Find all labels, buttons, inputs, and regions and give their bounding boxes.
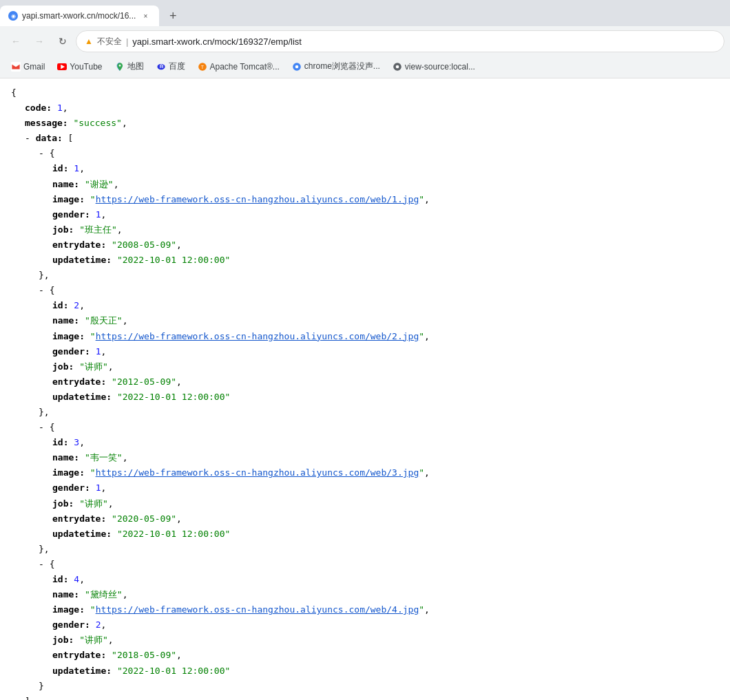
security-icon: ▲ bbox=[85, 36, 93, 46]
maps-icon bbox=[115, 62, 125, 72]
json-root-open: { bbox=[11, 85, 719, 100]
bookmark-maps[interactable]: 地图 bbox=[110, 59, 149, 74]
json-r3-image-link[interactable]: https://web-framework.oss-cn-hangzhou.al… bbox=[96, 467, 419, 478]
back-button[interactable]: ← bbox=[6, 31, 26, 52]
json-r2-entrydate: entrydate: "2012-05-09", bbox=[52, 374, 719, 390]
json-record-3-open: - { bbox=[39, 420, 719, 435]
json-r1-image: image: "https://web-framework.oss-cn-han… bbox=[52, 192, 719, 207]
svg-point-8 bbox=[295, 65, 299, 68]
bookmark-chrome[interactable]: chrome浏览器没声... bbox=[286, 59, 386, 74]
json-record-4-open: - { bbox=[39, 557, 719, 572]
address-bar[interactable]: ▲ 不安全 | yapi.smart-xwork.cn/mock/169327/… bbox=[76, 30, 724, 52]
json-r4-entrydate: entrydate: "2018-05-09", bbox=[52, 648, 719, 663]
json-record-1-open: - { bbox=[39, 146, 719, 161]
chrome-icon bbox=[292, 62, 302, 72]
json-r3-image: image: "https://web-framework.oss-cn-han… bbox=[52, 465, 719, 480]
json-r3-id: id: 3, bbox=[52, 435, 719, 450]
svg-text:百: 百 bbox=[158, 63, 164, 68]
json-r2-id: id: 2, bbox=[52, 298, 719, 313]
json-record-3-close: }, bbox=[39, 542, 719, 557]
tab-favicon: ◉ bbox=[8, 11, 18, 21]
bookmark-youtube[interactable]: YouTube bbox=[52, 61, 107, 73]
youtube-icon bbox=[57, 62, 67, 72]
json-r1-updatetime: updatetime: "2022-10-01 12:00:00" bbox=[52, 253, 719, 268]
json-r4-image: image: "https://web-framework.oss-cn-han… bbox=[52, 602, 719, 617]
address-separator: | bbox=[126, 36, 128, 47]
json-code-line: code: 1, bbox=[25, 100, 719, 116]
json-record-2-open: - { bbox=[39, 283, 719, 298]
tab-title: yapi.smart-xwork.cn/mock/16... bbox=[22, 11, 136, 21]
json-r3-updatetime: updatetime: "2022-10-01 12:00:00" bbox=[52, 527, 719, 542]
baidu-icon: 百 bbox=[156, 62, 166, 72]
bookmark-baidu-label: 百度 bbox=[169, 61, 185, 72]
nav-bar: ← → ↻ ▲ 不安全 | yapi.smart-xwork.cn/mock/1… bbox=[0, 26, 730, 56]
bookmark-baidu[interactable]: 百 百度 bbox=[151, 59, 191, 74]
security-warning: 不安全 bbox=[97, 36, 122, 47]
json-r3-entrydate: entrydate: "2020-05-09", bbox=[52, 511, 719, 527]
json-record-2-close: }, bbox=[39, 405, 719, 420]
browser-chrome: ◉ yapi.smart-xwork.cn/mock/16... × + ← →… bbox=[0, 0, 730, 78]
json-r2-image: image: "https://web-framework.oss-cn-han… bbox=[52, 329, 719, 344]
json-r2-updatetime: updatetime: "2022-10-01 12:00:00" bbox=[52, 390, 719, 405]
bookmark-view-source[interactable]: view-source:local... bbox=[387, 61, 481, 73]
json-r3-name: name: "韦一笑", bbox=[52, 450, 719, 465]
json-r2-image-link[interactable]: https://web-framework.oss-cn-hangzhou.al… bbox=[96, 331, 419, 341]
json-r1-id: id: 1, bbox=[52, 161, 719, 176]
json-r1-image-link[interactable]: https://web-framework.oss-cn-hangzhou.al… bbox=[96, 194, 419, 204]
bookmarks-bar: Gmail YouTube 地图 百 bbox=[0, 56, 730, 78]
refresh-button[interactable]: ↻ bbox=[52, 31, 73, 52]
json-r3-gender: gender: 1, bbox=[52, 480, 719, 496]
json-message-line: message: "success", bbox=[25, 116, 719, 131]
page-content: { code: 1, message: "success", - data: [… bbox=[0, 78, 730, 700]
bookmark-tomcat-label: Apache Tomcat®... bbox=[210, 62, 280, 72]
bookmark-gmail-label: Gmail bbox=[23, 62, 45, 72]
json-r4-gender: gender: 2, bbox=[52, 617, 719, 633]
bookmark-tomcat[interactable]: T Apache Tomcat®... bbox=[192, 61, 285, 73]
bookmark-view-source-label: view-source:local... bbox=[405, 62, 475, 72]
view-source-icon bbox=[393, 62, 402, 72]
json-r4-updatetime: updatetime: "2022-10-01 12:00:00" bbox=[52, 664, 719, 679]
bookmark-maps-label: 地图 bbox=[127, 61, 144, 72]
bookmark-youtube-label: YouTube bbox=[70, 62, 102, 72]
forward-button[interactable]: → bbox=[29, 31, 50, 52]
json-r1-name: name: "谢逊", bbox=[52, 177, 719, 192]
gmail-icon bbox=[11, 62, 21, 72]
svg-point-10 bbox=[396, 65, 399, 68]
json-array-close: ] bbox=[25, 694, 719, 700]
json-r1-entrydate: entrydate: "2008-05-09", bbox=[52, 237, 719, 253]
bookmark-chrome-label: chrome浏览器没声... bbox=[304, 61, 380, 72]
new-tab-button[interactable]: + bbox=[163, 6, 182, 25]
json-r2-job: job: "讲师", bbox=[52, 359, 719, 374]
tab-bar: ◉ yapi.smart-xwork.cn/mock/16... × + bbox=[0, 0, 730, 26]
json-r2-gender: gender: 1, bbox=[52, 344, 719, 359]
json-r4-image-link[interactable]: https://web-framework.oss-cn-hangzhou.al… bbox=[96, 604, 419, 615]
json-r2-name: name: "殷天正", bbox=[52, 313, 719, 328]
url-text: yapi.smart-xwork.cn/mock/169327/emp/list bbox=[132, 36, 716, 47]
json-r4-job: job: "讲师", bbox=[52, 633, 719, 648]
json-r4-name: name: "黛绮丝", bbox=[52, 587, 719, 602]
json-record-1-close: }, bbox=[39, 268, 719, 283]
tomcat-icon: T bbox=[198, 62, 207, 72]
browser-tab[interactable]: ◉ yapi.smart-xwork.cn/mock/16... × bbox=[0, 6, 159, 26]
json-data-line: - data: [ bbox=[25, 131, 719, 146]
json-r1-job: job: "班主任", bbox=[52, 222, 719, 237]
json-r3-job: job: "讲师", bbox=[52, 496, 719, 511]
json-r1-gender: gender: 1, bbox=[52, 207, 719, 222]
json-r4-id: id: 4, bbox=[52, 572, 719, 587]
json-record-4-close: } bbox=[39, 679, 719, 694]
svg-text:T: T bbox=[200, 64, 204, 69]
tab-close-button[interactable]: × bbox=[140, 10, 151, 21]
bookmark-gmail[interactable]: Gmail bbox=[6, 61, 50, 73]
